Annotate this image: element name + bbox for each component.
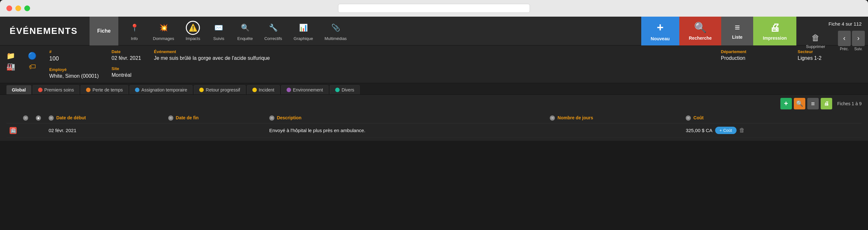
- field-departement: Département Production: [721, 49, 785, 61]
- th-cout: − Coût: [682, 113, 862, 123]
- recherche-button[interactable]: 🔍 Recherche: [679, 17, 721, 46]
- incident-dot: [252, 88, 257, 92]
- main-content: ÉVÉNEMENTS Fiche 📍 Info 💥 Dommages ⚠️ Im…: [0, 17, 868, 141]
- record-fields: # 100 Employé White, Simon (00001) Date …: [49, 49, 862, 79]
- titlebar: [0, 0, 868, 17]
- nav-item-dommages[interactable]: 💥 Dommages: [147, 17, 180, 46]
- next-button[interactable]: ›: [852, 31, 865, 46]
- row-type-icon: 🏥: [9, 127, 17, 134]
- field-number: # 100: [49, 49, 99, 62]
- subtab-assignation-temporaire[interactable]: Assignation temporaire: [129, 85, 192, 94]
- th-eye: ●: [33, 113, 45, 123]
- row-nombre-jours: [547, 123, 682, 138]
- nouveau-button[interactable]: + Nouveau: [641, 17, 679, 46]
- table-search-button[interactable]: 🔍: [794, 98, 805, 109]
- field-evenement: Événement Je me suis brûlé la gorge avec…: [154, 49, 708, 61]
- row-date-debut: 02 févr. 2021: [45, 123, 165, 138]
- assignation-dot: [135, 88, 140, 92]
- action-buttons: + Nouveau 🔍 Recherche ≡ Liste 🖨 Impressi…: [641, 17, 796, 45]
- close-dot[interactable]: [6, 5, 12, 11]
- table-list-button[interactable]: ≡: [807, 98, 819, 109]
- enquete-icon: 🔍: [238, 21, 252, 35]
- th-date-debut: − Date de début: [45, 113, 165, 123]
- field-site: Site Montréal: [112, 66, 142, 78]
- trash-icon: 🗑: [811, 33, 820, 43]
- main-toolbar: ÉVÉNEMENTS Fiche 📍 Info 💥 Dommages ⚠️ Im…: [0, 17, 868, 46]
- th-nombre-jours: − Nombre de jours: [547, 113, 682, 123]
- nav-arrows: ‹ Préc. › Suiv.: [838, 31, 865, 51]
- dommages-icon: 💥: [156, 21, 170, 35]
- subtab-premiers-soins[interactable]: Premiers soins: [33, 85, 80, 94]
- record-left-icons: 📁 🏭: [6, 49, 15, 71]
- table-header-row: − ● − Date de début − Date de fin −: [6, 113, 862, 123]
- row-icon-cell: 🏥: [6, 123, 20, 138]
- fiche-tab[interactable]: Fiche: [90, 17, 118, 46]
- divers-dot: [335, 88, 340, 92]
- subtab-environnement[interactable]: Environnement: [281, 85, 329, 94]
- url-bar[interactable]: [338, 4, 530, 13]
- window-controls: [6, 5, 30, 11]
- nav-item-multimedias[interactable]: 📎 Multimédias: [319, 17, 352, 46]
- impression-button[interactable]: 🖨 Impression: [753, 17, 796, 46]
- th-icon: [6, 113, 20, 123]
- nav-item-impacts[interactable]: ⚠️ Impacts: [180, 17, 206, 46]
- list-icon: ≡: [735, 22, 740, 33]
- suivis-icon: ✉️: [212, 21, 226, 35]
- toolbar-right: Fiche 4 sur 112 🗑 Supprimer ‹ Préc. ›: [796, 17, 868, 45]
- field-employe: Employé White, Simon (00001): [49, 67, 99, 79]
- nav-item-info[interactable]: 📍 Info: [122, 17, 147, 46]
- table-add-button[interactable]: +: [780, 98, 792, 109]
- folder-icon: 📁: [6, 52, 15, 60]
- subtab-incident[interactable]: Incident: [247, 85, 280, 94]
- add-cost-button[interactable]: + Coût: [715, 127, 737, 134]
- maximize-dot[interactable]: [24, 5, 30, 11]
- impacts-icon: ⚠️: [186, 21, 200, 35]
- print-icon: 🖨: [770, 22, 780, 34]
- nav-item-graphique[interactable]: 📊 Graphique: [288, 17, 319, 46]
- minimize-dot[interactable]: [16, 5, 21, 11]
- nav-item-suivis[interactable]: ✉️ Suivis: [206, 17, 231, 46]
- data-table: − ● − Date de début − Date de fin −: [6, 113, 862, 138]
- app-title-area: ÉVÉNEMENTS: [0, 17, 90, 45]
- table-section: + 🔍 ≡ 🖨 Fiches 1 à 9 − ● − D: [0, 95, 868, 141]
- field-secteur: Secteur Lignes 1-2: [798, 49, 862, 61]
- subtab-retour-progressif[interactable]: Retour progressif: [194, 85, 245, 94]
- multimedias-icon: 📎: [329, 21, 343, 35]
- search-icon: 🔍: [694, 22, 707, 34]
- plus-icon: +: [720, 128, 722, 133]
- liste-button[interactable]: ≡ Liste: [721, 17, 753, 46]
- premiers-soins-dot: [38, 88, 42, 92]
- subtab-perte-de-temps[interactable]: Perte de temps: [81, 85, 128, 94]
- table-toolbar: + 🔍 ≡ 🖨 Fiches 1 à 9: [6, 98, 862, 109]
- retour-dot: [199, 88, 204, 92]
- cost-actions: 325,00 $ CA + Coût 🗑: [686, 127, 859, 134]
- row-cout-value: 325,00 $ CA: [686, 127, 712, 133]
- person-icon: 🔵: [28, 52, 36, 60]
- plus-icon: +: [657, 21, 663, 34]
- record-right-icons: 🔵 🏷: [28, 49, 36, 71]
- prev-button[interactable]: ‹: [838, 31, 851, 46]
- app-title: ÉVÉNEMENTS: [9, 26, 78, 36]
- row-cout-cell: 325,00 $ CA + Coût 🗑: [682, 123, 862, 138]
- fiches-count: Fiches 1 à 9: [837, 101, 862, 106]
- th-warning: −: [20, 113, 33, 123]
- graphique-icon: 📊: [296, 21, 310, 35]
- delete-row-button[interactable]: 🗑: [739, 127, 745, 134]
- table-print-button[interactable]: 🖨: [821, 98, 832, 109]
- subtabs: Global Premiers soins Perte de temps Ass…: [0, 83, 868, 95]
- th-description: − Description: [266, 113, 547, 123]
- th-date-fin: − Date de fin: [165, 113, 266, 123]
- environnement-dot: [286, 88, 291, 92]
- table-row: 🏥 02 févr. 2021 Envoyé à l'hôpital le pl…: [6, 123, 862, 138]
- info-icon: 📍: [127, 21, 142, 35]
- nav-icons: 📍 Info 💥 Dommages ⚠️ Impacts ✉️ Suivis 🔍…: [118, 17, 641, 45]
- field-date: Date 02 févr. 2021: [112, 49, 142, 61]
- row-eye-cell: [33, 123, 45, 138]
- subtab-divers[interactable]: Divers: [330, 85, 360, 94]
- nav-item-correctifs[interactable]: 🔧 Correctifs: [258, 17, 288, 46]
- correctifs-icon: 🔧: [266, 21, 280, 35]
- subtab-global[interactable]: Global: [6, 85, 31, 94]
- record-info: 📁 🏭 🔵 🏷 # 100 Employé White, Simon (0000…: [0, 46, 868, 83]
- row-date-fin: [165, 123, 266, 138]
- nav-item-enquete[interactable]: 🔍 Enquête: [231, 17, 258, 46]
